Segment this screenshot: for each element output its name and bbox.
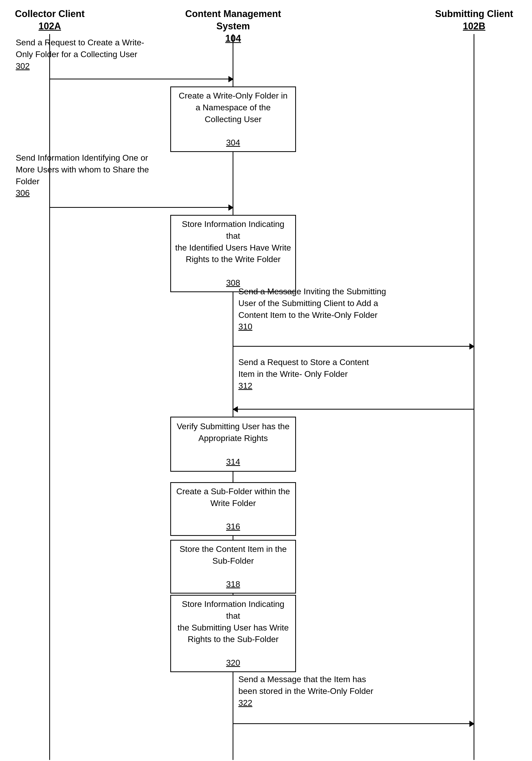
step-318-box: Store the Content Item in theSub-Folder … bbox=[170, 540, 296, 594]
collector-lifeline bbox=[49, 34, 50, 760]
step-316-ref: 316 bbox=[226, 521, 240, 533]
step-302-arrow bbox=[50, 79, 233, 80]
step-320-text: Store Information Indicating thatthe Sub… bbox=[175, 598, 291, 645]
step-302-label: Send a Request to Create a Write-Only Fo… bbox=[16, 37, 210, 72]
submitting-client-header: Submitting Client 102B bbox=[432, 8, 516, 32]
step-306-text: Send Information Identifying One orMore … bbox=[16, 153, 149, 186]
submitting-lifeline bbox=[474, 34, 474, 760]
sequence-diagram: Collector Client 102A Content Management… bbox=[0, 0, 532, 761]
step-312-label: Send a Request to Store a ContentItem in… bbox=[239, 356, 466, 391]
step-310-text: Send a Message Inviting the SubmittingUs… bbox=[239, 287, 386, 320]
step-302-text: Send a Request to Create a Write-Only Fo… bbox=[16, 38, 144, 59]
step-310-label: Send a Message Inviting the SubmittingUs… bbox=[239, 286, 466, 332]
step-322-text: Send a Message that the Item hasbeen sto… bbox=[239, 674, 373, 696]
step-314-box: Verify Submitting User has theAppropriat… bbox=[170, 417, 296, 472]
step-320-box: Store Information Indicating thatthe Sub… bbox=[170, 595, 296, 672]
step-316-text: Create a Sub-Folder within theWrite Fold… bbox=[176, 486, 290, 509]
step-306-ref: 306 bbox=[16, 188, 29, 198]
step-306-label: Send Information Identifying One orMore … bbox=[16, 152, 231, 199]
step-312-ref: 312 bbox=[239, 381, 252, 390]
step-318-text: Store the Content Item in theSub-Folder bbox=[180, 543, 287, 567]
step-322-label: Send a Message that the Item hasbeen sto… bbox=[239, 673, 466, 709]
step-310-arrow bbox=[233, 346, 474, 347]
collector-client-header: Collector Client 102A bbox=[13, 8, 86, 32]
step-302-ref: 302 bbox=[16, 61, 29, 71]
step-316-box: Create a Sub-Folder within theWrite Fold… bbox=[170, 482, 296, 536]
step-322-ref: 322 bbox=[239, 698, 252, 708]
step-308-box: Store Information Indicating thatthe Ide… bbox=[170, 215, 296, 292]
step-312-arrow bbox=[233, 409, 474, 410]
step-306-arrow bbox=[50, 207, 233, 208]
step-308-ref: 308 bbox=[226, 277, 240, 289]
step-304-box: Create a Write-Only Folder ina Namespace… bbox=[170, 87, 296, 152]
step-312-text: Send a Request to Store a ContentItem in… bbox=[239, 357, 369, 379]
step-308-text: Store Information Indicating thatthe Ide… bbox=[175, 218, 291, 265]
step-314-text: Verify Submitting User has theAppropriat… bbox=[177, 421, 290, 444]
step-322-arrow bbox=[233, 723, 474, 724]
step-320-ref: 320 bbox=[226, 657, 240, 669]
step-314-ref: 314 bbox=[226, 456, 240, 468]
step-304-text: Create a Write-Only Folder ina Namespace… bbox=[179, 90, 288, 125]
step-318-ref: 318 bbox=[226, 578, 240, 590]
step-310-ref: 310 bbox=[239, 322, 252, 331]
step-304-ref: 304 bbox=[226, 137, 240, 148]
